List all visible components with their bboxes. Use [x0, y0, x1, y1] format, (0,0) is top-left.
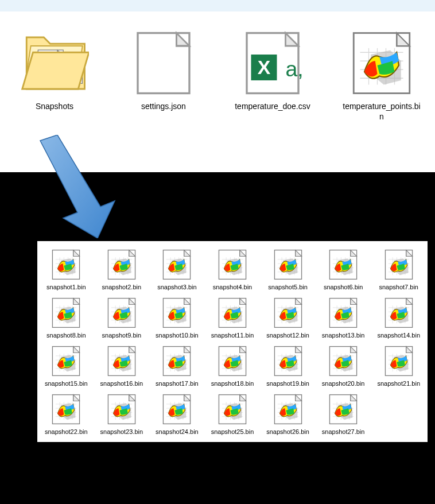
- file-item[interactable]: snapshot15.bin: [41, 344, 92, 387]
- file-item[interactable]: snapshot4.bin: [207, 248, 258, 290]
- file-label: snapshot27.bin: [322, 428, 365, 435]
- file-item[interactable]: snapshot17.bin: [152, 344, 203, 387]
- file-label: snapshot2.bin: [102, 284, 142, 290]
- bin-file-icon: [160, 248, 193, 281]
- bin-file-icon: [327, 248, 360, 281]
- file-item[interactable]: snapshot2.bin: [96, 248, 147, 290]
- file-label: settings.json: [141, 101, 186, 111]
- bin-file-icon: [271, 344, 305, 378]
- file-item[interactable]: snapshot6.bin: [318, 248, 369, 290]
- snapshots-folder-view: snapshot1.binsnapshot2.binsnapshot3.bins…: [37, 241, 428, 442]
- bin-file-icon: [382, 344, 415, 378]
- file-label: snapshot25.bin: [211, 428, 254, 435]
- file-item[interactable]: snapshot14.bin: [373, 296, 424, 339]
- file-label: snapshot1.bin: [46, 284, 86, 290]
- bin-file-icon: [382, 296, 415, 329]
- file-label: snapshot26.bin: [266, 428, 309, 435]
- file-label: snapshot16.bin: [100, 380, 143, 387]
- file-label: snapshot20.bin: [322, 380, 365, 387]
- bin-file-icon: [160, 296, 193, 329]
- bin-file-icon: [160, 344, 193, 378]
- bin-file-icon: [49, 393, 83, 426]
- file-label: snapshot13.bin: [322, 332, 365, 339]
- file-label: snapshot17.bin: [156, 380, 199, 387]
- folder-item[interactable]: Snapshots: [11, 29, 98, 122]
- file-item[interactable]: snapshot11.bin: [207, 296, 258, 339]
- file-label: snapshot6.bin: [324, 284, 363, 290]
- file-item[interactable]: snapshot10.bin: [152, 296, 203, 339]
- file-item[interactable]: snapshot8.bin: [41, 296, 92, 339]
- file-item[interactable]: snapshot9.bin: [96, 296, 147, 339]
- file-item[interactable]: snapshot21.bin: [373, 344, 424, 387]
- file-item[interactable]: settings.json: [121, 29, 207, 122]
- file-item[interactable]: snapshot12.bin: [262, 296, 313, 339]
- file-label: snapshot24.bin: [156, 428, 199, 435]
- file-label: snapshot22.bin: [45, 428, 88, 435]
- file-item[interactable]: snapshot26.bin: [262, 393, 313, 435]
- bin-file-icon: [327, 296, 360, 329]
- bin-file-icon: [216, 344, 249, 378]
- bin-file-icon: [271, 248, 305, 281]
- parent-folder-view: Snapshotssettings.jsontemperature_doe.cs…: [0, 0, 435, 178]
- bin-file-icon: [271, 393, 305, 426]
- file-item[interactable]: snapshot20.bin: [318, 344, 369, 387]
- file-label: snapshot12.bin: [266, 332, 309, 339]
- bin-file-icon: [382, 248, 415, 281]
- file-item[interactable]: snapshot18.bin: [207, 344, 258, 387]
- bin-file-icon: [327, 344, 360, 378]
- file-label: snapshot5.bin: [268, 284, 308, 290]
- file-label: snapshot7.bin: [379, 284, 418, 290]
- file-item[interactable]: snapshot1.bin: [41, 248, 92, 290]
- file-item[interactable]: snapshot22.bin: [41, 393, 92, 435]
- file-item[interactable]: snapshot3.bin: [152, 248, 203, 290]
- bin-file-icon: [105, 248, 138, 281]
- file-label: snapshot10.bin: [156, 332, 199, 339]
- file-item[interactable]: snapshot19.bin: [262, 344, 313, 387]
- file-item[interactable]: snapshot25.bin: [207, 393, 258, 435]
- bin-file-icon: [49, 296, 83, 329]
- file-label: temperature_doe.csv: [235, 101, 310, 111]
- file-item[interactable]: snapshot5.bin: [262, 248, 313, 290]
- file-label: snapshot21.bin: [377, 380, 420, 387]
- file-item[interactable]: snapshot13.bin: [318, 296, 369, 339]
- bin-file-icon: [105, 393, 138, 426]
- file-item[interactable]: snapshot16.bin: [96, 344, 147, 387]
- bin-file-icon: [49, 344, 83, 378]
- bin-file-icon: [105, 344, 138, 378]
- bin-file-icon: [271, 296, 305, 329]
- csv-file-icon: [238, 29, 307, 98]
- file-label: Snapshots: [36, 101, 73, 111]
- file-item[interactable]: snapshot24.bin: [152, 393, 203, 435]
- lower-panel-background: snapshot1.binsnapshot2.binsnapshot3.bins…: [0, 172, 435, 504]
- file-label: snapshot19.bin: [266, 380, 309, 387]
- bin-file-icon: [49, 248, 83, 281]
- bin-file-icon: [216, 248, 249, 281]
- file-label: snapshot4.bin: [213, 284, 253, 290]
- file-item[interactable]: snapshot23.bin: [96, 393, 147, 435]
- bin-file-icon: [327, 393, 360, 426]
- file-item[interactable]: snapshot27.bin: [318, 393, 369, 435]
- bin-file-icon: [160, 393, 193, 426]
- bin-file-icon: [347, 29, 416, 98]
- folder-icon: [20, 29, 89, 98]
- file-label: snapshot18.bin: [211, 380, 254, 387]
- file-label: snapshot9.bin: [102, 332, 142, 339]
- bin-file-icon: [216, 393, 249, 426]
- file-label: snapshot23.bin: [100, 428, 143, 435]
- bin-file-icon: [105, 296, 138, 329]
- bin-file-icon: [216, 296, 249, 329]
- file-item[interactable]: temperature_doe.csv: [230, 29, 316, 122]
- blank-file-icon: [129, 29, 198, 98]
- file-label: snapshot11.bin: [211, 332, 254, 339]
- file-label: snapshot3.bin: [157, 284, 197, 290]
- file-label: temperature_points.bin: [341, 101, 422, 122]
- file-label: snapshot8.bin: [46, 332, 86, 339]
- file-label: snapshot15.bin: [45, 380, 88, 387]
- file-item[interactable]: temperature_points.bin: [339, 29, 425, 122]
- file-label: snapshot14.bin: [377, 332, 420, 339]
- file-item[interactable]: snapshot7.bin: [373, 248, 424, 290]
